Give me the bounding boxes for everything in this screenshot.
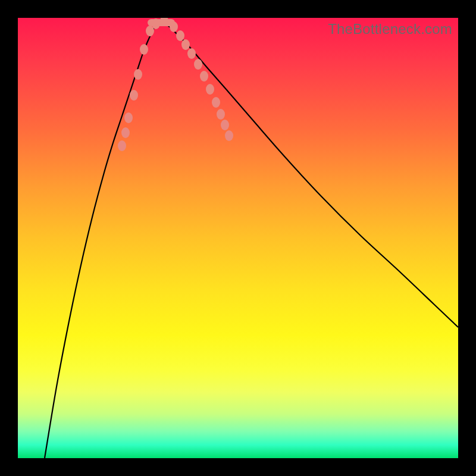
highlight-dot <box>176 30 184 41</box>
highlight-dot <box>187 48 196 59</box>
left-curve <box>45 19 161 458</box>
highlight-dot <box>217 109 225 120</box>
highlighted-points-group <box>118 18 233 151</box>
highlight-dot <box>140 44 148 55</box>
highlight-dot <box>118 140 126 151</box>
highlight-dot <box>124 112 133 123</box>
highlight-dot <box>130 90 138 101</box>
highlight-dot <box>181 39 190 50</box>
gradient-plot-area: TheBottleneck.com <box>18 18 458 458</box>
highlight-dot <box>200 71 208 82</box>
chart-svg <box>18 18 458 458</box>
highlight-dot <box>194 59 202 70</box>
highlight-dot <box>152 18 160 29</box>
highlight-dot <box>121 127 130 138</box>
watermark-text: TheBottleneck.com <box>328 21 452 37</box>
highlight-dot <box>134 69 142 80</box>
highlight-dot <box>212 97 220 108</box>
highlight-dot <box>225 130 233 141</box>
right-curve <box>161 19 458 327</box>
highlight-dot <box>221 120 229 130</box>
highlight-dot <box>170 21 178 32</box>
highlight-dot <box>206 84 214 95</box>
